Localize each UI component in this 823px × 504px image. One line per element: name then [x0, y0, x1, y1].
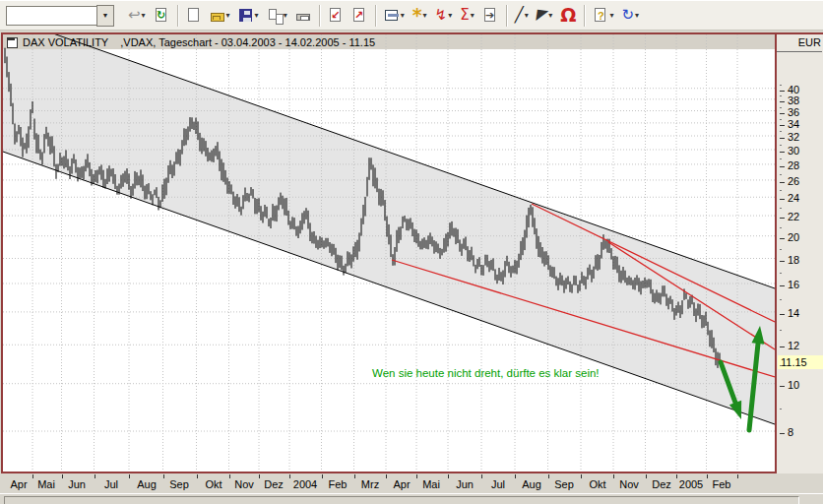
x-axis-month-label: Mai — [37, 478, 55, 490]
y-axis-tick — [780, 346, 785, 347]
y-axis-tick — [780, 433, 785, 434]
x-axis-month-label: Jul — [491, 478, 505, 490]
y-axis-minor-tick — [780, 158, 782, 159]
print-button[interactable] — [292, 3, 314, 29]
x-axis-month-label: Apr — [10, 478, 27, 490]
x-axis-month-label: 2004 — [293, 478, 317, 490]
y-axis-tick-label: 36 — [788, 106, 799, 118]
x-axis-month-label: 2005 — [679, 478, 703, 490]
notes-button[interactable]: ?▾ — [590, 3, 616, 29]
toolbar-separator — [584, 5, 585, 27]
y-axis-minor-tick — [780, 330, 782, 331]
symbol-combobox[interactable]: ▼ — [6, 5, 114, 27]
status-bar-field — [4, 496, 799, 504]
x-axis-tick — [646, 474, 647, 478]
y-axis-tick — [780, 218, 785, 219]
prev-chart-button[interactable]: ↙ — [325, 3, 347, 29]
y-axis-tick-label: 14 — [788, 307, 799, 319]
symbol-combobox-value[interactable] — [6, 6, 96, 26]
indicator-button[interactable]: ↯▾ — [432, 3, 456, 29]
indicator-zigzag-icon: ↯ — [435, 8, 448, 23]
next-chart-button[interactable]: ↗ — [348, 3, 370, 29]
undo-icon: ↩ — [128, 8, 141, 23]
y-axis-minor-tick — [780, 85, 782, 86]
printer-icon — [295, 8, 311, 24]
chevron-down-icon: ▾ — [284, 11, 287, 20]
chart-window: Wen sie heute nicht dreht, dürfte es kla… — [1, 32, 777, 473]
refresh-page-icon: ↻ — [154, 8, 169, 24]
chevron-down-icon: ▾ — [142, 11, 146, 20]
last-price-label: 11.15 — [778, 355, 823, 369]
y-axis-tick — [780, 125, 785, 126]
draw-line-button[interactable]: ╱▾ — [512, 3, 532, 29]
copy-button[interactable]: ▾ — [264, 3, 290, 29]
x-axis-tick — [416, 474, 417, 478]
chart-forward-icon: ↗ — [351, 8, 367, 24]
y-axis-tick-label: 26 — [788, 175, 799, 187]
y-axis-tick — [780, 386, 785, 387]
y-axis-unit-label: EUR — [777, 36, 822, 52]
sparkle-icon: * — [412, 8, 422, 23]
x-axis-tick — [197, 474, 198, 478]
cursor-pointer-icon: ◤ — [536, 7, 549, 23]
x-axis-tick — [62, 474, 63, 478]
open-button[interactable]: ▾ — [207, 3, 233, 29]
chart-plot-area[interactable]: Wen sie heute nicht dreht, dürfte es kla… — [3, 34, 775, 472]
sigma-icon: Σ — [460, 8, 469, 23]
y-axis-tick-label: 24 — [788, 192, 799, 204]
y-axis-minor-tick — [780, 365, 782, 366]
combobox-dropdown-button[interactable]: ▼ — [96, 5, 114, 27]
x-axis[interactable]: AprMaiJunJulAugSepOktNovDez2004FebMrzApr… — [1, 473, 779, 493]
y-axis-tick — [780, 199, 785, 200]
new-button[interactable] — [183, 3, 205, 29]
y-axis[interactable]: EUR 11.15 810121416182022242628303234363… — [777, 32, 823, 473]
y-axis-tick-label: 40 — [788, 84, 799, 95]
reload-button[interactable]: ↻▾ — [618, 3, 642, 29]
x-axis-month-label: Jul — [104, 478, 118, 490]
y-axis-tick-label: 20 — [788, 231, 799, 243]
y-axis-tick — [780, 314, 785, 315]
chevron-down-icon: ▾ — [525, 11, 529, 20]
y-axis-tick — [780, 101, 785, 102]
y-axis-minor-tick — [780, 190, 782, 191]
x-axis-tick — [676, 474, 677, 478]
y-axis-minor-tick — [780, 227, 782, 228]
undo-button[interactable]: ↩▾ — [125, 3, 149, 29]
chevron-down-icon: ▾ — [471, 11, 475, 20]
pointer-button[interactable]: ◤▾ — [534, 3, 556, 29]
y-axis-tick — [780, 238, 785, 239]
x-axis-month-label: Okt — [589, 478, 605, 490]
y-axis-tick — [780, 138, 785, 139]
y-axis-minor-tick — [780, 107, 782, 108]
x-axis-tick — [259, 474, 260, 478]
chart-annotation: Wen sie heute nicht dreht, dürfte es kla… — [372, 367, 600, 379]
y-axis-tick — [780, 182, 785, 183]
x-axis-tick — [129, 474, 130, 478]
properties-button[interactable]: ➔ — [479, 3, 501, 29]
toolbar-buttons: ↩▾↻▾▾▾↙↗▾*▾↯▾Σ▾➔╱▾◤▾Ω?▾↻▾ — [124, 3, 643, 29]
toolbar: ▼ ↩▾↻▾▾▾↙↗▾*▾↯▾Σ▾➔╱▾◤▾Ω?▾↻▾ — [0, 0, 823, 31]
magnet-button[interactable]: Ω — [557, 3, 579, 29]
refresh-chart-button[interactable]: ↻ — [151, 3, 172, 29]
x-axis-month-label: Nov — [619, 478, 639, 490]
window-layout-button[interactable]: ▾ — [381, 3, 408, 29]
effects-button[interactable]: *▾ — [410, 3, 430, 29]
x-axis-month-label: Jun — [456, 478, 474, 490]
y-axis-tick-label: 10 — [788, 379, 799, 391]
x-axis-tick — [386, 474, 387, 478]
y-axis-minor-tick — [780, 249, 782, 250]
x-axis-tick — [737, 474, 738, 478]
y-axis-tick-label: 18 — [788, 254, 799, 266]
x-axis-tick — [481, 474, 482, 478]
statistics-button[interactable]: Σ▾ — [457, 3, 477, 29]
x-axis-month-label: Mrz — [361, 478, 379, 490]
y-axis-tick-label: 8 — [788, 426, 793, 438]
y-axis-tick-label: 38 — [788, 94, 799, 106]
y-axis-tick — [780, 152, 785, 153]
save-button[interactable]: ▾ — [235, 3, 262, 29]
x-axis-tick — [448, 474, 449, 478]
y-axis-minor-tick — [780, 95, 782, 96]
x-axis-tick — [95, 474, 95, 478]
y-axis-tick — [780, 261, 785, 262]
y-axis-minor-tick — [780, 273, 782, 274]
